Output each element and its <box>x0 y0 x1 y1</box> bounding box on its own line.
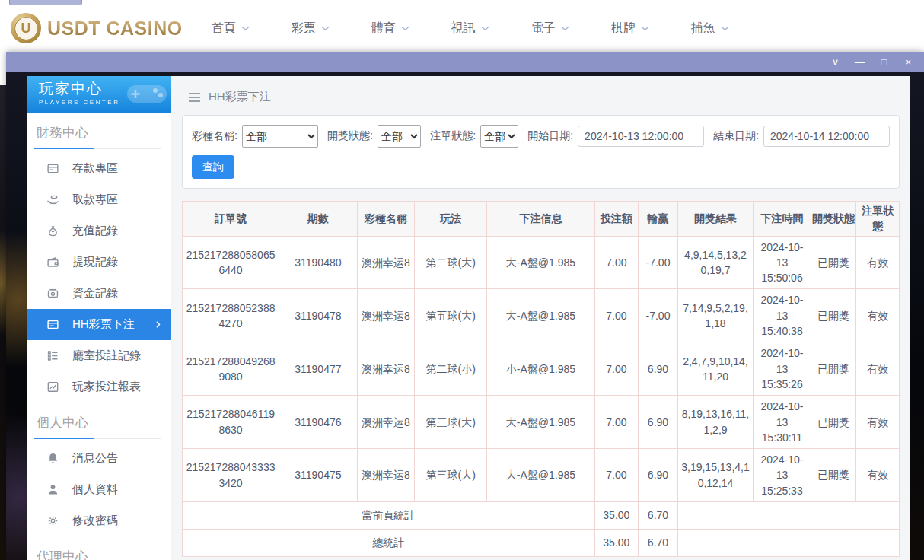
table-cell: 2024-10-13 15:35:26 <box>754 342 811 396</box>
notice-icon <box>46 452 59 465</box>
sidebar-item[interactable]: 玩家投注報表 <box>27 371 171 402</box>
table-cell: 31190476 <box>279 396 357 449</box>
nav-item-3[interactable]: 視訊 <box>451 21 489 37</box>
brand-coin-icon: U <box>11 13 41 43</box>
nav-item-1[interactable]: 彩票 <box>292 21 330 37</box>
sidebar-item-label: 個人資料 <box>72 482 118 497</box>
summary-label: 當前頁統計 <box>183 502 595 530</box>
table-cell: 第五球(大) <box>415 289 487 342</box>
browser-tab-stub[interactable] <box>9 0 82 5</box>
table-row: 215217288052388427031190478澳洲幸运8第五球(大)大-… <box>183 289 900 342</box>
funds-record-icon <box>46 287 59 300</box>
maximize-icon[interactable]: □ <box>878 57 891 67</box>
table-header-cell: 輸贏 <box>639 202 678 237</box>
table-header-row: 訂單號期數彩種名稱玩法下注信息投注額輸贏開獎結果下注時間開獎狀態注單狀態 <box>183 202 900 237</box>
end-date-input[interactable] <box>763 126 890 147</box>
main-content: HH彩票下注 彩種名稱: 全部 開獎狀態: 全部 注單狀態: <box>171 76 910 560</box>
sidebar-section-title-0: 財務中心 <box>27 113 171 148</box>
nav-item-4[interactable]: 電子 <box>531 21 569 37</box>
summary-row: 總統計35.006.70 <box>183 530 900 557</box>
close-icon[interactable]: × <box>902 57 915 67</box>
table-cell: 2152172880580656440 <box>183 236 279 289</box>
table-header-cell: 下注時間 <box>754 202 811 237</box>
table-cell: 第三球(大) <box>415 396 487 449</box>
minimize-icon[interactable]: — <box>853 57 866 67</box>
sidebar-item[interactable]: 資金記錄 <box>27 278 171 309</box>
draw-status-select[interactable]: 全部 <box>378 125 421 148</box>
sidebar-item[interactable]: 廳室投註記錄 <box>27 340 171 371</box>
sidebar-item[interactable]: 提現記錄 <box>27 247 171 278</box>
summary-bet-total: 35.00 <box>594 530 639 557</box>
player-report-icon <box>46 380 59 393</box>
lottery-bet-icon <box>46 318 59 331</box>
collapse-icon[interactable]: ∨ <box>829 57 842 67</box>
table-cell: -7.00 <box>639 236 678 289</box>
table-cell: 澳洲幸运8 <box>357 449 415 502</box>
table-header-cell: 訂單號 <box>183 202 279 237</box>
menu-icon[interactable] <box>189 97 200 98</box>
sidebar-item[interactable]: 取款專區 <box>27 184 171 215</box>
order-status-select[interactable]: 全部 <box>480 125 518 148</box>
sidebar-item[interactable]: 充值記錄 <box>27 215 171 247</box>
nav-item-6[interactable]: 捕魚 <box>691 21 729 37</box>
table-cell: 2024-10-13 15:40:38 <box>754 289 811 342</box>
table-cell: 7,14,9,5,2,19,1,18 <box>677 289 753 342</box>
brand-logo[interactable]: U USDT CASINO <box>11 13 183 43</box>
table-header-cell: 下注信息 <box>487 202 594 237</box>
sidebar-sections: 財務中心存款專區取款專區充值記錄提現記錄資金記錄HH彩票下注廳室投註記錄玩家投注… <box>27 113 171 560</box>
sidebar-item[interactable]: 個人資料 <box>27 474 171 505</box>
search-button[interactable]: 查詢 <box>192 155 234 179</box>
table-cell: 2152172880461198630 <box>183 396 279 449</box>
table-cell: 7.00 <box>594 396 639 449</box>
main-menu: 首頁彩票體育視訊電子棋牌捕魚 <box>212 21 729 37</box>
nav-item-5[interactable]: 棋牌 <box>611 21 649 37</box>
lottery-select-label: 彩種名稱: <box>192 129 237 143</box>
start-date-input[interactable] <box>578 126 704 147</box>
sidebar-item-label: 修改密碼 <box>72 514 118 528</box>
table-cell: 7.00 <box>594 342 639 396</box>
table-cell: 7.00 <box>594 236 639 289</box>
table-header-cell: 玩法 <box>415 202 487 237</box>
sidebar-item[interactable]: HH彩票下注 <box>27 309 171 340</box>
breadcrumb: HH彩票下注 <box>171 76 910 113</box>
summary-row: 當前頁統計35.006.70 <box>183 502 900 530</box>
table-cell: 有效 <box>856 236 900 289</box>
nav-item-label: 捕魚 <box>691 21 715 37</box>
nav-item-0[interactable]: 首頁 <box>212 21 250 37</box>
sidebar: 玩家中心 PLAYERS CENTER 財務中心存款專區取款專區充值記錄提現記錄… <box>27 76 171 560</box>
table-cell: 有效 <box>856 449 900 502</box>
table-cell: 8,19,13,16,11,1,2,9 <box>677 396 753 449</box>
sidebar-item[interactable]: 修改密碼 <box>27 505 171 536</box>
start-date-label: 開始日期: <box>527 129 573 143</box>
table-cell: 澳洲幸运8 <box>357 396 415 449</box>
page-title: HH彩票下注 <box>209 90 271 104</box>
brand-name: USDT CASINO <box>47 18 183 40</box>
sidebar-item-label: 存款專區 <box>72 161 118 176</box>
lottery-select[interactable]: 全部 <box>242 125 318 148</box>
sidebar-item[interactable]: 存款專區 <box>27 153 171 184</box>
recharge-record-icon <box>46 224 59 237</box>
summary-winloss-total: 6.70 <box>639 502 678 530</box>
sidebar-item-label: 廳室投註記錄 <box>72 348 141 363</box>
table-cell: 2024-10-13 15:50:06 <box>754 236 811 289</box>
window-body: 玩家中心 PLAYERS CENTER 財務中心存款專區取款專區充值記錄提現記錄… <box>6 72 924 560</box>
table-cell: 小-A盤@1.985 <box>487 342 594 396</box>
nav-item-2[interactable]: 體育 <box>371 21 409 37</box>
window-controls: ∨—□× <box>829 57 915 67</box>
table-cell: -7.00 <box>639 289 678 342</box>
summary-label: 總統計 <box>183 530 595 557</box>
table-header-cell: 期數 <box>279 202 357 237</box>
nav-item-label: 電子 <box>531 21 556 37</box>
page: U USDT CASINO 首頁彩票體育視訊電子棋牌捕魚 ∨—□× 玩家中心 P… <box>0 0 924 560</box>
nav-item-label: 彩票 <box>292 21 316 37</box>
top-navbar: U USDT CASINO 首頁彩票體育視訊電子棋牌捕魚 <box>0 6 924 50</box>
table-cell: 第二球(小) <box>415 342 487 396</box>
sidebar-item-label: HH彩票下注 <box>72 317 135 332</box>
sidebar-section-title-2: 代理中心 <box>27 536 171 560</box>
sidebar-item[interactable]: 消息公告 <box>27 443 171 474</box>
table-cell: 7.00 <box>594 449 639 502</box>
table-cell: 31190477 <box>279 342 357 396</box>
table-cell: 31190480 <box>279 236 357 289</box>
table-cell: 2152172880433333420 <box>183 449 279 502</box>
chevron-down-icon <box>641 26 649 31</box>
